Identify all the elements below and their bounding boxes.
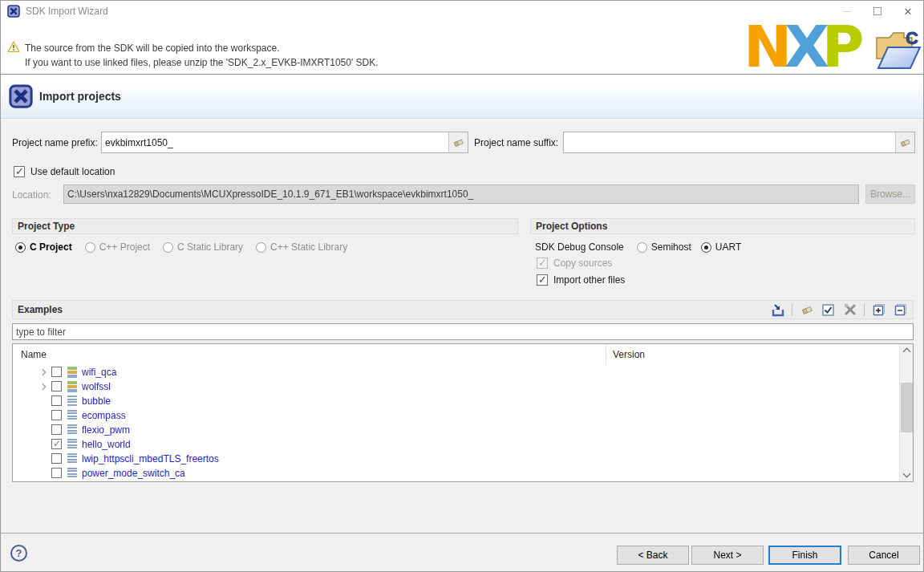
example-checkbox[interactable] <box>51 468 62 478</box>
project-type-options: C ProjectC++ ProjectC Static LibraryC++ … <box>15 241 347 254</box>
example-checkbox[interactable] <box>51 439 62 449</box>
suffix-label: Project name suffix: <box>474 137 558 148</box>
example-name[interactable]: wolfssl <box>82 381 111 392</box>
example-checkbox[interactable] <box>51 396 62 406</box>
maximize-button[interactable] <box>862 1 893 22</box>
radio-c-project[interactable]: C Project <box>15 241 72 253</box>
example-checkbox[interactable] <box>51 453 62 464</box>
cancel-button[interactable]: Cancel <box>848 546 920 565</box>
prefix-input[interactable] <box>102 132 448 152</box>
example-checkbox[interactable] <box>51 381 62 391</box>
import-other-files-checkbox[interactable]: Import other files <box>537 274 625 286</box>
radio-uart[interactable]: UART <box>701 241 741 253</box>
svg-text:C: C <box>906 28 918 48</box>
tree-row-wifi_qca[interactable]: wifi_qca <box>13 365 899 379</box>
examples-header: Examples <box>12 300 914 319</box>
example-name[interactable]: wifi_qca <box>82 367 116 378</box>
copy-sources-label: Copy sources <box>553 258 612 269</box>
example-name[interactable]: ecompass <box>82 410 126 421</box>
import-example-button[interactable] <box>770 302 785 317</box>
finish-button[interactable]: Finish <box>768 546 841 565</box>
example-name[interactable]: flexio_pwm <box>82 424 130 436</box>
use-default-location-checkbox[interactable]: Use default location <box>14 166 115 177</box>
example-checkbox[interactable] <box>51 367 62 377</box>
help-button[interactable]: ? <box>10 545 27 562</box>
collapse-all-button[interactable] <box>893 302 908 317</box>
radio-label: C++ Static Library <box>270 241 347 253</box>
prefix-label: Project name prefix: <box>12 137 98 148</box>
example-type-icon <box>67 468 77 479</box>
back-button[interactable]: < Back <box>617 546 689 565</box>
column-divider[interactable] <box>606 344 606 365</box>
tree-row-flexio_pwm[interactable]: flexio_pwm <box>13 423 899 437</box>
close-button[interactable]: ✕ <box>893 1 923 22</box>
radio-label: C Static Library <box>177 241 243 253</box>
radio-semihost[interactable]: Semihost <box>637 241 691 253</box>
example-checkbox[interactable] <box>51 410 62 420</box>
suffix-input[interactable] <box>564 132 895 152</box>
use-default-location-label: Use default location <box>30 166 115 177</box>
example-type-icon <box>67 381 77 392</box>
radio-c-static-library[interactable]: C++ Static Library <box>256 241 347 253</box>
prefix-field-wrap <box>101 132 468 153</box>
deselect-all-button[interactable] <box>842 302 857 317</box>
checkbox-icon <box>14 166 25 177</box>
tree-row-lwip_httpscli_mbedTLS_freertos[interactable]: lwip_httpscli_mbedTLS_freertos <box>13 452 899 466</box>
help-icon: ? <box>16 547 22 559</box>
tree-row-wolfssl[interactable]: wolfssl <box>13 379 899 394</box>
debug-console-label: SDK Debug Console <box>535 241 624 253</box>
radio-icon <box>637 242 647 253</box>
expand-chevron-icon[interactable] <box>39 383 46 390</box>
expand-all-button[interactable] <box>871 302 886 317</box>
footer: ? < Back Next > Finish Cancel <box>1 533 923 572</box>
examples-toolbar <box>770 302 908 317</box>
plus-box-icon <box>873 303 886 316</box>
next-button[interactable]: Next > <box>691 546 764 565</box>
browse-button[interactable]: Browse... <box>865 185 915 204</box>
tree-row-hello_world[interactable]: hello_world <box>13 437 899 452</box>
example-name[interactable]: lwip_httpscli_mbedTLS_freertos <box>82 453 219 464</box>
eraser-icon <box>899 137 911 148</box>
nxp-letter-x: X <box>784 22 822 71</box>
page-title: Import projects <box>39 90 121 103</box>
warning-line-2: If you want to use linked files, please … <box>25 55 379 70</box>
column-header-name[interactable]: Name <box>21 349 47 360</box>
radio-icon <box>163 242 173 253</box>
example-type-icon <box>67 367 77 378</box>
project-options-title: Project Options <box>536 221 607 232</box>
minimize-icon <box>843 11 851 12</box>
example-name[interactable]: hello_world <box>82 439 131 450</box>
project-type-title: Project Type <box>18 221 75 232</box>
scroll-up-icon[interactable] <box>903 348 911 356</box>
example-checkbox[interactable] <box>51 424 62 435</box>
tree-row-power_mode_switch_ca[interactable]: power_mode_switch_ca <box>13 466 899 481</box>
radio-icon <box>256 242 266 253</box>
radio-label: C++ Project <box>99 241 150 253</box>
scrollbar-thumb[interactable] <box>901 383 913 432</box>
tree-row-ecompass[interactable]: ecompass <box>13 408 899 423</box>
filter-field-wrap <box>12 323 914 340</box>
warning-icon <box>7 41 20 53</box>
wizard-header: Import projects <box>1 75 923 119</box>
example-name[interactable]: bubble <box>82 396 111 407</box>
example-name[interactable]: power_mode_switch_ca <box>82 468 185 479</box>
tree-row-bubble[interactable]: bubble <box>13 394 899 408</box>
example-type-icon <box>67 396 77 407</box>
eraser-icon <box>800 304 813 315</box>
radio-label: C Project <box>30 241 72 253</box>
clear-filter-button[interactable] <box>799 302 814 317</box>
radio-c-static-library[interactable]: C Static Library <box>163 241 243 253</box>
debug-console-row: SDK Debug Console SemihostUART <box>535 241 741 254</box>
suffix-clear-button[interactable] <box>895 132 914 152</box>
column-header-version[interactable]: Version <box>613 349 645 360</box>
warning-line-1: The source from the SDK will be copied i… <box>25 41 379 55</box>
radio-c-project[interactable]: C++ Project <box>85 241 150 253</box>
scroll-down-icon[interactable] <box>903 470 911 478</box>
prefix-clear-button[interactable] <box>448 132 468 152</box>
select-all-button[interactable] <box>821 302 836 317</box>
expand-chevron-icon[interactable] <box>39 369 46 375</box>
suffix-field-wrap <box>563 132 915 153</box>
filter-input[interactable] <box>13 324 913 339</box>
example-type-icon <box>67 439 77 450</box>
vertical-scrollbar[interactable] <box>899 344 913 481</box>
